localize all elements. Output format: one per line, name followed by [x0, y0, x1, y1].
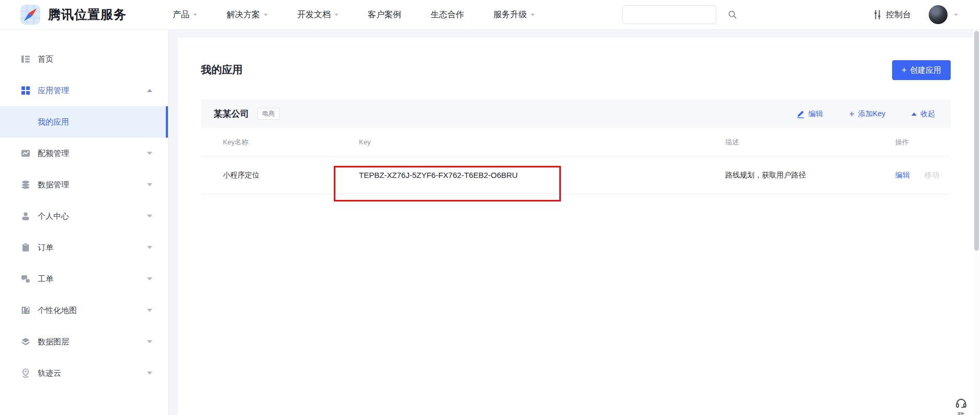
home-list-icon — [21, 54, 30, 64]
chevron-up-icon — [147, 89, 152, 92]
contact-support-widget[interactable]: 联 — [951, 397, 972, 415]
quota-chart-icon — [21, 149, 30, 158]
add-key-button[interactable]: + 添加Key — [849, 109, 885, 119]
card-actions: 编辑 + 添加Key 收起 — [796, 109, 935, 119]
sliders-icon — [873, 10, 882, 19]
chevron-down-icon — [147, 277, 152, 281]
apps-grid-icon — [21, 86, 30, 95]
col-key-name: Key名称 — [223, 138, 359, 147]
edit-app-button[interactable]: 编辑 — [796, 109, 823, 119]
search-input[interactable] — [623, 6, 728, 24]
collapse-button[interactable]: 收起 — [911, 109, 935, 119]
chevron-down-icon — [334, 14, 339, 16]
console-link[interactable]: 控制台 — [873, 9, 911, 20]
user-icon — [21, 211, 30, 221]
content-panel: 我的应用 + 创建应用 某某公司 电商 编辑 + — [178, 38, 980, 415]
custom-map-icon — [21, 306, 30, 315]
avatar[interactable] — [929, 5, 948, 24]
key-name-cell: 小程序定位 — [223, 171, 359, 180]
sidebar-item-tickets[interactable]: 工单 — [0, 263, 168, 295]
sidebar-item-home[interactable]: 首页 — [0, 43, 168, 75]
chevron-down-icon — [147, 246, 152, 249]
sidebar-item-custom-map[interactable]: 个性化地图 — [0, 295, 168, 326]
key-value-cell: TEPBZ-XZ76J-5ZYF6-FX762-T6EB2-O6BRU — [359, 171, 725, 180]
row-edit-link[interactable]: 编辑 — [895, 171, 910, 180]
app-card: 某某公司 电商 编辑 + 添加Key — [201, 99, 951, 194]
chevron-up-icon — [911, 113, 917, 116]
chat-bubbles-icon — [21, 274, 30, 284]
nav-item-products[interactable]: 产品 — [173, 9, 197, 20]
scrollbar-thumb[interactable] — [974, 31, 979, 251]
main-area: 我的应用 + 创建应用 某某公司 电商 编辑 + — [168, 30, 980, 415]
plus-icon: + — [849, 109, 854, 118]
plus-icon: + — [902, 65, 907, 75]
col-description: 描述 — [725, 138, 895, 147]
chevron-down-icon — [147, 309, 152, 312]
top-header: 腾讯位置服务 产品 解决方案 开发文档 客户案例 生态合作 服务升级 — [0, 0, 980, 30]
row-move-link-disabled: 移动 — [925, 171, 939, 180]
headset-icon — [955, 397, 967, 410]
sidebar-item-app-management[interactable]: 应用管理 — [0, 75, 168, 106]
sidebar-item-orders[interactable]: 订单 — [0, 232, 168, 263]
sidebar-item-quota[interactable]: 配额管理 — [0, 138, 168, 169]
clipboard-icon — [21, 243, 30, 252]
chevron-down-icon — [193, 14, 197, 16]
col-key: Key — [359, 138, 725, 146]
search-box — [622, 5, 716, 24]
description-cell: 路线规划，获取用户路径 — [725, 171, 895, 180]
nav-item-ecosystem[interactable]: 生态合作 — [431, 9, 464, 20]
chevron-down-icon — [264, 14, 268, 16]
col-actions: 操作 — [895, 138, 951, 147]
chevron-down-icon — [531, 14, 535, 16]
search-icon[interactable] — [728, 10, 737, 19]
chevron-down-icon — [147, 340, 152, 343]
main-nav: 产品 解决方案 开发文档 客户案例 生态合作 服务升级 — [173, 9, 535, 20]
page-title: 我的应用 — [201, 63, 243, 77]
database-icon — [21, 180, 30, 189]
sidebar-item-data-management[interactable]: 数据管理 — [0, 169, 168, 200]
key-table-header: Key名称 Key 描述 操作 — [201, 128, 951, 156]
key-table-row: 小程序定位 TEPBZ-XZ76J-5ZYF6-FX762-T6EB2-O6BR… — [201, 156, 951, 194]
scrollbar-track — [973, 30, 980, 415]
nav-item-solutions[interactable]: 解决方案 — [227, 9, 268, 20]
row-actions-cell: 编辑 移动 — [895, 171, 951, 180]
nav-item-docs[interactable]: 开发文档 — [297, 9, 339, 20]
sidebar-item-data-layers[interactable]: 数据图层 — [0, 326, 168, 357]
brand-block[interactable]: 腾讯位置服务 — [0, 4, 127, 25]
brand-title: 腾讯位置服务 — [48, 6, 127, 23]
chevron-down-icon[interactable] — [954, 14, 958, 16]
compass-logo-icon — [20, 4, 41, 25]
company-name: 某某公司 — [213, 108, 249, 120]
create-app-button[interactable]: + 创建应用 — [892, 60, 951, 80]
chevron-down-icon — [147, 372, 152, 375]
location-pin-icon — [21, 368, 30, 378]
pencil-icon — [796, 110, 805, 118]
chevron-down-icon — [147, 152, 152, 155]
nav-item-upgrade[interactable]: 服务升级 — [493, 9, 535, 20]
sidebar-item-personal-center[interactable]: 个人中心 — [0, 200, 168, 232]
company-tag: 电商 — [257, 108, 279, 120]
nav-item-cases[interactable]: 客户案例 — [368, 9, 401, 20]
sidebar-item-track-cloud[interactable]: 轨迹云 — [0, 357, 168, 389]
layers-icon — [21, 337, 30, 346]
app-card-header: 某某公司 电商 编辑 + 添加Key — [201, 99, 951, 128]
sidebar: 首页 应用管理 我的应用 配额管理 — [0, 30, 168, 415]
sidebar-subitem-my-apps[interactable]: 我的应用 — [0, 106, 168, 138]
contact-label: 联 — [958, 411, 965, 415]
chevron-down-icon — [147, 183, 152, 186]
chevron-down-icon — [147, 215, 152, 218]
